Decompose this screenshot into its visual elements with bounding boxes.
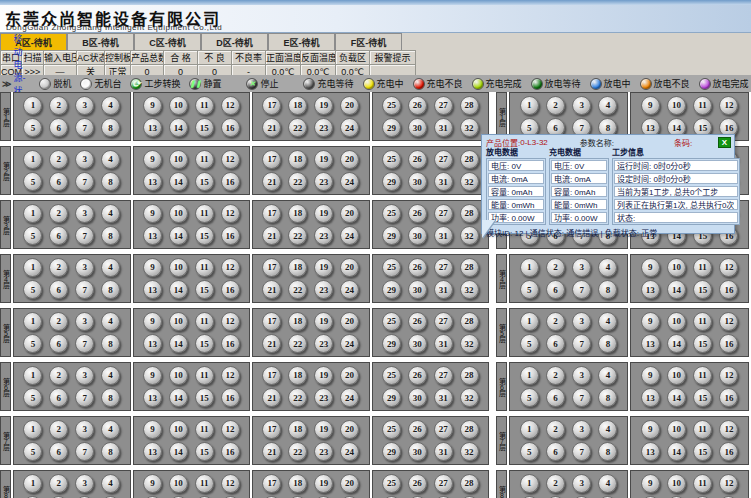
battery-slot[interactable]: 3 bbox=[75, 366, 94, 385]
battery-slot[interactable]: 24 bbox=[340, 172, 359, 191]
battery-slot[interactable]: 5 bbox=[23, 280, 42, 299]
battery-slot[interactable]: 13 bbox=[143, 388, 162, 407]
battery-slot[interactable]: 10 bbox=[667, 96, 686, 115]
battery-slot[interactable]: 24 bbox=[340, 118, 359, 137]
battery-slot[interactable]: 12 bbox=[719, 420, 738, 439]
battery-slot[interactable]: 11 bbox=[195, 204, 214, 223]
battery-slot[interactable]: 24 bbox=[340, 388, 359, 407]
battery-slot[interactable]: 29 bbox=[382, 172, 401, 191]
battery-slot[interactable]: 6 bbox=[49, 118, 68, 137]
battery-slot[interactable]: 17 bbox=[262, 312, 281, 331]
battery-slot[interactable]: 25 bbox=[382, 204, 401, 223]
battery-slot[interactable]: 1 bbox=[23, 474, 42, 493]
battery-slot[interactable]: 3 bbox=[572, 312, 591, 331]
battery-slot[interactable]: 16 bbox=[221, 334, 240, 353]
battery-slot[interactable]: 5 bbox=[23, 118, 42, 137]
battery-slot[interactable]: 16 bbox=[719, 442, 738, 461]
battery-slot[interactable]: 27 bbox=[434, 474, 453, 493]
battery-slot[interactable]: 7 bbox=[572, 442, 591, 461]
battery-slot[interactable]: 16 bbox=[221, 118, 240, 137]
battery-slot[interactable]: 26 bbox=[408, 150, 427, 169]
battery-slot[interactable]: 9 bbox=[143, 420, 162, 439]
battery-slot[interactable]: 22 bbox=[288, 334, 307, 353]
battery-slot[interactable]: 30 bbox=[408, 280, 427, 299]
battery-slot[interactable]: 1 bbox=[520, 474, 539, 493]
battery-slot[interactable]: 13 bbox=[143, 280, 162, 299]
battery-slot[interactable]: 24 bbox=[340, 334, 359, 353]
battery-slot[interactable]: 2 bbox=[546, 474, 565, 493]
battery-slot[interactable]: 15 bbox=[195, 118, 214, 137]
battery-slot[interactable]: 14 bbox=[169, 442, 188, 461]
battery-slot[interactable]: 16 bbox=[719, 334, 738, 353]
battery-slot[interactable]: 3 bbox=[75, 204, 94, 223]
battery-slot[interactable]: 15 bbox=[693, 442, 712, 461]
battery-slot[interactable]: 5 bbox=[520, 442, 539, 461]
battery-slot[interactable]: 22 bbox=[288, 118, 307, 137]
battery-slot[interactable]: 11 bbox=[195, 96, 214, 115]
battery-slot[interactable]: 27 bbox=[434, 150, 453, 169]
battery-slot[interactable]: 26 bbox=[408, 96, 427, 115]
tab-zone-1[interactable]: B区-待机 bbox=[67, 33, 134, 50]
battery-slot[interactable]: 7 bbox=[75, 280, 94, 299]
battery-slot[interactable]: 30 bbox=[408, 118, 427, 137]
battery-slot[interactable]: 27 bbox=[434, 204, 453, 223]
battery-slot[interactable]: 6 bbox=[546, 388, 565, 407]
battery-slot[interactable]: 7 bbox=[572, 388, 591, 407]
battery-slot[interactable]: 2 bbox=[49, 258, 68, 277]
battery-slot[interactable]: 24 bbox=[340, 442, 359, 461]
battery-slot[interactable]: 11 bbox=[195, 366, 214, 385]
battery-slot[interactable]: 6 bbox=[49, 172, 68, 191]
battery-slot[interactable]: 7 bbox=[572, 280, 591, 299]
battery-slot[interactable]: 1 bbox=[23, 150, 42, 169]
battery-slot[interactable]: 15 bbox=[195, 388, 214, 407]
battery-slot[interactable]: 16 bbox=[221, 442, 240, 461]
battery-slot[interactable]: 8 bbox=[598, 388, 617, 407]
battery-slot[interactable]: 16 bbox=[719, 280, 738, 299]
battery-slot[interactable]: 20 bbox=[340, 258, 359, 277]
battery-slot[interactable]: 11 bbox=[195, 258, 214, 277]
battery-slot[interactable]: 8 bbox=[101, 388, 120, 407]
battery-slot[interactable]: 4 bbox=[101, 474, 120, 493]
battery-slot[interactable]: 18 bbox=[288, 420, 307, 439]
battery-slot[interactable]: 31 bbox=[434, 334, 453, 353]
battery-slot[interactable]: 1 bbox=[23, 312, 42, 331]
tab-zone-0[interactable]: A区-待机 bbox=[0, 33, 67, 50]
battery-slot[interactable]: 19 bbox=[314, 312, 333, 331]
battery-slot[interactable]: 2 bbox=[546, 258, 565, 277]
battery-slot[interactable]: 13 bbox=[143, 172, 162, 191]
battery-slot[interactable]: 2 bbox=[49, 96, 68, 115]
battery-slot[interactable]: 1 bbox=[520, 312, 539, 331]
battery-slot[interactable]: 11 bbox=[693, 366, 712, 385]
battery-slot[interactable]: 26 bbox=[408, 366, 427, 385]
battery-slot[interactable]: 12 bbox=[719, 312, 738, 331]
battery-slot[interactable]: 13 bbox=[143, 442, 162, 461]
battery-slot[interactable]: 15 bbox=[693, 388, 712, 407]
battery-slot[interactable]: 19 bbox=[314, 366, 333, 385]
battery-slot[interactable]: 28 bbox=[460, 150, 479, 169]
battery-slot[interactable]: 10 bbox=[169, 150, 188, 169]
battery-slot[interactable]: 2 bbox=[49, 474, 68, 493]
battery-slot[interactable]: 21 bbox=[262, 118, 281, 137]
battery-slot[interactable]: 10 bbox=[169, 312, 188, 331]
battery-slot[interactable]: 7 bbox=[75, 334, 94, 353]
battery-slot[interactable]: 21 bbox=[262, 226, 281, 245]
battery-slot[interactable]: 25 bbox=[382, 312, 401, 331]
battery-slot[interactable]: 13 bbox=[641, 280, 660, 299]
battery-slot[interactable]: 18 bbox=[288, 366, 307, 385]
battery-slot[interactable]: 9 bbox=[143, 258, 162, 277]
battery-slot[interactable]: 12 bbox=[221, 366, 240, 385]
battery-slot[interactable]: 1 bbox=[23, 96, 42, 115]
battery-slot[interactable]: 18 bbox=[288, 258, 307, 277]
battery-slot[interactable]: 10 bbox=[667, 366, 686, 385]
battery-slot[interactable]: 16 bbox=[221, 388, 240, 407]
battery-slot[interactable]: 14 bbox=[169, 172, 188, 191]
tab-zone-3[interactable]: D区-待机 bbox=[201, 33, 268, 50]
battery-slot[interactable]: 17 bbox=[262, 204, 281, 223]
battery-slot[interactable]: 16 bbox=[221, 226, 240, 245]
battery-slot[interactable]: 27 bbox=[434, 258, 453, 277]
battery-slot[interactable]: 9 bbox=[143, 96, 162, 115]
battery-slot[interactable]: 1 bbox=[520, 420, 539, 439]
battery-slot[interactable]: 5 bbox=[520, 388, 539, 407]
battery-slot[interactable]: 9 bbox=[143, 474, 162, 493]
battery-slot[interactable]: 10 bbox=[169, 366, 188, 385]
